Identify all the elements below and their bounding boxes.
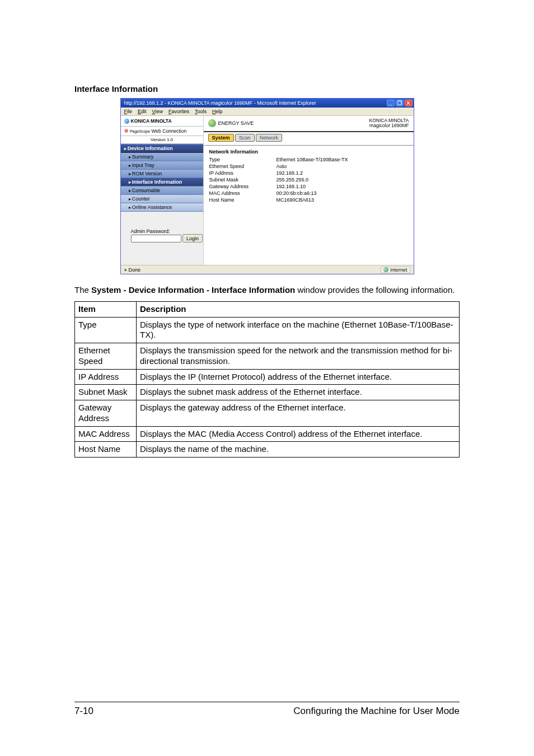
- window-minimize-button[interactable]: _: [387, 100, 395, 106]
- sidebar-counter[interactable]: Counter: [121, 195, 203, 203]
- menu-tools[interactable]: Tools: [195, 109, 207, 114]
- sidebar-summary[interactable]: Summary: [121, 153, 203, 161]
- table-row: Ethernet SpeedDisplays the transmission …: [75, 343, 460, 370]
- row-ethspeed-value: Auto: [277, 164, 287, 169]
- sidebar-rom-version[interactable]: ROM Version: [121, 170, 203, 178]
- table-row: TypeDisplays the type of network interfa…: [75, 317, 460, 343]
- table-row: Subnet MaskDisplays the subnet mask addr…: [75, 385, 460, 400]
- row-mac-value: 00:20:6b:cb:a6:13: [277, 190, 317, 196]
- web-connection-label: ❁ PageScope Web Connection: [121, 127, 203, 136]
- brand-vendor: KONICA MINOLTA: [131, 118, 172, 124]
- row-gateway-value: 192.168.1.10: [277, 184, 306, 189]
- page-number: 7-10: [74, 706, 93, 717]
- section-title: Interface Information: [74, 84, 460, 94]
- pagescope-label: Web Connection: [151, 128, 186, 134]
- row-mac-label: MAC Address: [209, 190, 277, 196]
- pagescope-icon: ❁: [124, 128, 129, 134]
- tab-network[interactable]: Network: [256, 134, 282, 142]
- done-icon: ●: [124, 267, 127, 273]
- menu-edit[interactable]: Edit: [138, 109, 147, 114]
- menu-favorites[interactable]: Favorites: [168, 109, 189, 114]
- desc-pre: The: [74, 285, 91, 295]
- description-paragraph: The System - Device Information - Interf…: [74, 284, 460, 296]
- browser-menubar: File Edit View Favorites Tools Help: [121, 108, 414, 116]
- sidebar-input-tray[interactable]: Input Tray: [121, 161, 203, 170]
- row-type-label: Type: [209, 157, 277, 162]
- window-maximize-button[interactable]: ❐: [396, 100, 404, 106]
- sidebar-device-information[interactable]: Device Information: [121, 144, 203, 153]
- row-subnet-value: 255.255.255.0: [277, 177, 309, 183]
- content-heading: Network Information: [209, 149, 408, 155]
- window-close-button[interactable]: X: [405, 100, 413, 106]
- brand-logo-icon: [124, 119, 129, 124]
- header-model: magicolor 1690MF: [369, 123, 409, 128]
- browser-titlebar: http://192.168.1.2 - KONICA MINOLTA magi…: [121, 99, 414, 108]
- globe-icon: [383, 267, 388, 272]
- security-zone: Internet: [381, 267, 410, 273]
- row-host-value: MC1690CBA613: [277, 197, 315, 203]
- row-host-label: Host Name: [209, 197, 277, 203]
- tab-scan[interactable]: Scan: [235, 134, 255, 142]
- sidebar-consumable[interactable]: Consumable: [121, 186, 203, 195]
- menu-help[interactable]: Help: [212, 109, 223, 114]
- row-ip-value: 192.168.1.2: [277, 170, 303, 176]
- admin-password-label: Admin Password:: [131, 228, 203, 234]
- browser-title: http://192.168.1.2 - KONICA MINOLTA magi…: [124, 100, 387, 106]
- header-product: KONICA MINOLTA magicolor 1690MF: [369, 118, 409, 129]
- menu-view[interactable]: View: [152, 109, 163, 114]
- desc-post: window provides the following informatio…: [295, 285, 455, 295]
- th-item: Item: [75, 301, 137, 317]
- header-strip: ENERGY SAVE KONICA MINOLTA magicolor 169…: [204, 116, 414, 132]
- zone-label: Internet: [390, 267, 407, 273]
- row-type-value: Ethernet 10Base-T/100Base-TX: [277, 157, 348, 162]
- sidebar-interface-information[interactable]: Interface Information: [121, 178, 203, 186]
- chapter-title: Configuring the Machine for User Mode: [293, 706, 460, 717]
- main-panel: ENERGY SAVE KONICA MINOLTA magicolor 169…: [204, 116, 414, 265]
- row-ip-label: IP Address: [209, 170, 277, 176]
- table-row: IP AddressDisplays the IP (Internet Prot…: [75, 369, 460, 385]
- row-subnet-label: Subnet Mask: [209, 177, 277, 183]
- definitions-table: Item Description TypeDisplays the type o…: [74, 301, 460, 458]
- sidebar-online-assistance[interactable]: Online Assistance: [121, 203, 203, 212]
- desc-bold: System - Device Information - Interface …: [91, 285, 295, 295]
- browser-statusbar: ● Done Internet: [121, 265, 414, 274]
- table-row: Gateway AddressDisplays the gateway addr…: [75, 400, 460, 427]
- tab-strip: System Scan Network: [204, 132, 414, 146]
- th-description: Description: [137, 301, 460, 317]
- brand-logo: KONICA MINOLTA: [121, 116, 203, 127]
- admin-password-input[interactable]: [131, 235, 181, 242]
- status-done: Done: [128, 267, 140, 273]
- table-row: Host NameDisplays the name of the machin…: [75, 442, 460, 458]
- table-row: MAC AddressDisplays the MAC (Media Acces…: [75, 426, 460, 442]
- pagescope-prefix: PageScope: [130, 129, 150, 133]
- screenshot-browser-window: http://192.168.1.2 - KONICA MINOLTA magi…: [120, 98, 414, 274]
- row-gateway-label: Gateway Address: [209, 184, 277, 189]
- page-footer: 7-10 Configuring the Machine for User Mo…: [74, 702, 460, 717]
- login-button[interactable]: Login: [182, 234, 203, 242]
- main-content: Network Information TypeEthernet 10Base-…: [204, 146, 414, 207]
- version-label: Version 1.0: [121, 136, 203, 144]
- energy-save-icon: [208, 119, 216, 127]
- row-ethspeed-label: Ethernet Speed: [209, 164, 277, 169]
- energy-save-label[interactable]: ENERGY SAVE: [218, 120, 254, 126]
- sidebar: KONICA MINOLTA ❁ PageScope Web Connectio…: [121, 116, 204, 265]
- admin-login-area: Admin Password: Login: [121, 212, 203, 265]
- menu-file[interactable]: File: [124, 109, 133, 114]
- tab-system[interactable]: System: [208, 134, 234, 142]
